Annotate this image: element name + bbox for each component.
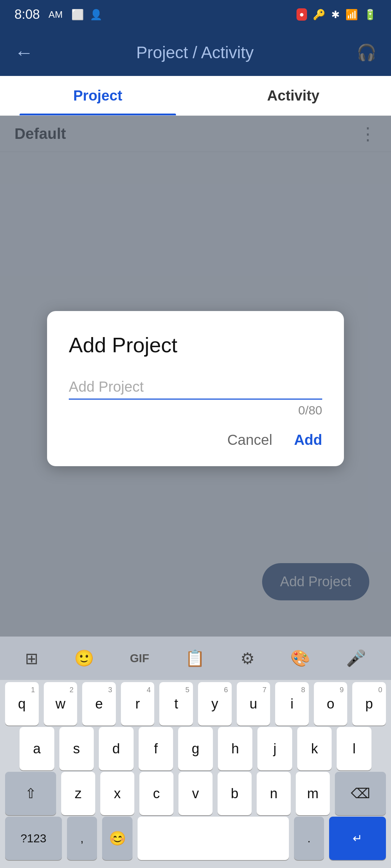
key-j[interactable]: j [257, 727, 292, 770]
app-body: Default ⋮ Add Project Add Project 0/80 C… [0, 116, 391, 637]
key-shift[interactable]: ⇧ [5, 772, 56, 815]
key-q[interactable]: q1 [5, 682, 39, 726]
key-w[interactable]: w2 [44, 682, 77, 726]
key-s[interactable]: s [59, 727, 94, 770]
screen-record-icon: ⬜ [71, 9, 84, 21]
battery-icon: 🔋 [364, 9, 377, 21]
dialog-input-wrap [69, 375, 322, 400]
key-comma[interactable]: , [67, 817, 97, 860]
cancel-button[interactable]: Cancel [227, 432, 273, 448]
key-l[interactable]: l [337, 727, 371, 770]
status-icons-left: ⬜ 👤 [71, 9, 102, 21]
key-o[interactable]: o9 [314, 682, 348, 726]
tab-project[interactable]: Project [0, 76, 196, 115]
key-numbers[interactable]: ?123 [5, 817, 62, 860]
keyboard-gif-button[interactable]: GIF [130, 652, 149, 665]
key-t[interactable]: t5 [159, 682, 193, 726]
project-name-input[interactable] [69, 375, 322, 400]
status-time: 8:08 [14, 7, 40, 22]
keyboard-row-3: ⇧ z x c v b n m ⌫ [0, 772, 391, 815]
keyboard-mic-icon[interactable]: 🎤 [346, 649, 366, 668]
back-button[interactable]: ← [14, 42, 33, 63]
headset-icon[interactable]: 🎧 [357, 43, 377, 62]
status-ampm: AM [49, 9, 63, 20]
key-icon: 🔑 [313, 9, 325, 21]
status-icons-right: ● 🔑 ✱ 📶 🔋 [297, 8, 377, 21]
accessibility-icon: 👤 [90, 9, 102, 21]
key-y[interactable]: y6 [198, 682, 232, 726]
char-count: 0/80 [69, 403, 322, 417]
tab-activity[interactable]: Activity [196, 76, 391, 115]
key-r[interactable]: r4 [121, 682, 155, 726]
tab-bar: Project Activity [0, 76, 391, 116]
key-x[interactable]: x [100, 772, 134, 815]
key-space[interactable] [138, 817, 289, 860]
key-emoji[interactable]: 😊 [102, 817, 133, 860]
keyboard-clipboard-icon[interactable]: 📋 [185, 649, 205, 668]
key-f[interactable]: f [139, 727, 173, 770]
add-project-dialog: Add Project 0/80 Cancel Add [47, 311, 344, 466]
keyboard-settings-icon[interactable]: ⚙ [240, 649, 255, 668]
key-b[interactable]: b [218, 772, 252, 815]
keyboard-apps-icon[interactable]: ⊞ [25, 649, 38, 668]
add-button[interactable]: Add [294, 432, 322, 448]
soft-keyboard: ⊞ 🙂 GIF 📋 ⚙ 🎨 🎤 q1 w2 e3 r4 t5 y6 u7 i8 … [0, 637, 391, 868]
wifi-icon: 📶 [345, 9, 358, 21]
key-k[interactable]: k [297, 727, 332, 770]
keyboard-row-2: a s d f g h j k l [0, 727, 391, 770]
dialog-actions: Cancel Add [69, 432, 322, 448]
keyboard-sticker-icon[interactable]: 🙂 [74, 649, 94, 668]
key-period[interactable]: . [294, 817, 324, 860]
key-m[interactable]: m [296, 772, 330, 815]
key-a[interactable]: a [20, 727, 54, 770]
key-v[interactable]: v [178, 772, 213, 815]
keyboard-theme-icon[interactable]: 🎨 [290, 649, 310, 668]
keyboard-keys: q1 w2 e3 r4 t5 y6 u7 i8 o9 p0 a s d f g … [0, 680, 391, 868]
key-g[interactable]: g [178, 727, 213, 770]
status-left: 8:08 AM ⬜ 👤 [14, 7, 102, 22]
record-icon: ● [297, 8, 307, 21]
key-p[interactable]: p0 [352, 682, 386, 726]
key-z[interactable]: z [61, 772, 95, 815]
key-d[interactable]: d [99, 727, 134, 770]
header-title: Project / Activity [33, 43, 357, 62]
bluetooth-icon: ✱ [331, 9, 340, 21]
status-bar: 8:08 AM ⬜ 👤 ● 🔑 ✱ 📶 🔋 [0, 0, 391, 29]
keyboard-row-4: ?123 , 😊 . ↵ [0, 817, 391, 860]
key-e[interactable]: e3 [82, 682, 116, 726]
keyboard-toolbar: ⊞ 🙂 GIF 📋 ⚙ 🎨 🎤 [0, 637, 391, 680]
key-i[interactable]: i8 [275, 682, 309, 726]
key-n[interactable]: n [257, 772, 291, 815]
keyboard-row-1: q1 w2 e3 r4 t5 y6 u7 i8 o9 p0 [0, 682, 391, 726]
key-u[interactable]: u7 [237, 682, 270, 726]
dialog-title: Add Project [69, 333, 322, 357]
key-h[interactable]: h [218, 727, 253, 770]
key-c[interactable]: c [139, 772, 173, 815]
key-enter[interactable]: ↵ [329, 817, 386, 860]
key-backspace[interactable]: ⌫ [335, 772, 386, 815]
app-header: ← Project / Activity 🎧 [0, 29, 391, 76]
